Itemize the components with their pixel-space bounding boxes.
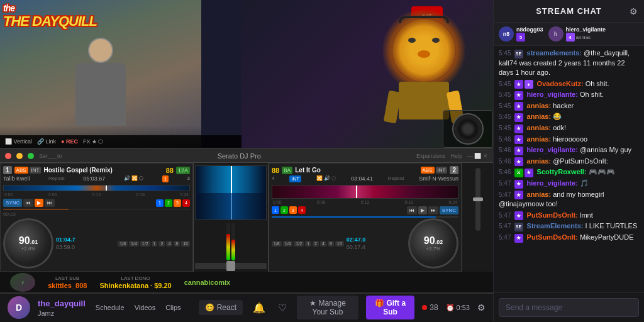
deck1-int[interactable]: INT xyxy=(30,167,42,174)
msg15-username[interactable]: PutSumDsOnIt: xyxy=(527,233,578,241)
deck2-platter[interactable]: 90.02 +2.7% xyxy=(408,218,458,269)
deck1-loop-8[interactable]: 8 xyxy=(174,241,180,247)
deck2-elapsed: 02:47.0 xyxy=(347,236,406,243)
gift-sub-button[interactable]: 🎁 Gift a Sub xyxy=(366,296,414,319)
msg8-sub-badge: ★ xyxy=(514,147,523,155)
deck1-loop-1_8[interactable]: 1/8 xyxy=(118,241,128,247)
chat-settings-icon[interactable]: ⚙ xyxy=(630,6,638,16)
msg5-username[interactable]: annias: xyxy=(527,113,552,120)
deck2-key: 8A xyxy=(282,167,292,174)
react-button[interactable]: 😊 React xyxy=(199,300,243,315)
msg2-bits-badge: ♦ xyxy=(525,80,533,89)
deck2-progress[interactable] xyxy=(272,216,458,218)
msg14-username[interactable]: StreamElements: xyxy=(527,222,584,230)
deck2-prev-btn[interactable]: ⏮ xyxy=(407,206,417,214)
msg12-username[interactable]: annias: xyxy=(527,191,552,198)
deck2-pitch-slider[interactable] xyxy=(475,168,480,231)
msg9-username[interactable]: annias: xyxy=(527,157,552,165)
titlebar-max[interactable] xyxy=(28,153,34,159)
msg11-username[interactable]: hiero_vigilante: xyxy=(527,179,578,187)
channel-nav-actions: Schedule Videos Clips xyxy=(93,303,184,313)
deck2-loop-2[interactable]: 2 xyxy=(313,241,319,247)
deck1-loop-1[interactable]: 1 xyxy=(152,241,158,247)
deck1-progress[interactable] xyxy=(3,209,190,209)
chat-message-2: 5:45 ★ ♦ OvadoseKutz: Oh shit. xyxy=(499,79,639,89)
msg13-username[interactable]: PutSumDsOnIt: xyxy=(527,211,578,219)
deck1-marker-3: 0:18 xyxy=(136,192,145,197)
chat-input-area xyxy=(494,292,644,322)
deck2-time-total: 03:04.41 xyxy=(351,175,373,182)
chat-input[interactable] xyxy=(499,298,639,317)
deck1-loop-1_4[interactable]: 1/4 xyxy=(129,241,139,247)
chat-message-11: 5:47 ★ hiero_vigilante: 🎵 xyxy=(499,179,639,189)
clips-link[interactable]: Clips xyxy=(163,303,183,313)
deck2-next-btn[interactable]: ⏭ xyxy=(428,206,438,214)
last-sub-label: LAST SUB xyxy=(55,275,80,281)
chat-message-14: 5:47 SE StreamElements: I LIKE TURTLES xyxy=(499,221,639,231)
channel-name[interactable]: the_dayquill xyxy=(38,299,86,308)
msg1-username[interactable]: streamelements: xyxy=(527,49,582,57)
titlebar-min[interactable] xyxy=(16,153,23,159)
video-area: the THE DAYQUILL NOTFORKIDS xyxy=(0,0,493,148)
deck1-loop: 1/8 1/4 1/2 1 2 4 8 16 xyxy=(118,241,190,247)
deck2-loop-4[interactable]: 4 xyxy=(320,241,326,247)
stream-info-bar: ♪ LAST SUB skittles_808 LAST DONO Shinke… xyxy=(0,270,493,292)
schedule-link[interactable]: Schedule xyxy=(93,303,127,313)
deck2-hc2[interactable]: 2 xyxy=(280,206,288,214)
deck1-hc4[interactable]: 4 xyxy=(182,199,190,207)
deck2-hc1[interactable]: 1 xyxy=(272,206,279,214)
deck1-platter[interactable]: 90.01 +2.6% xyxy=(3,218,53,269)
deck2-loop-1_2[interactable]: 1/2 xyxy=(294,241,304,247)
deck1-loop-4[interactable]: 4 xyxy=(166,241,172,247)
deck1-prev-btn[interactable]: ⏮ xyxy=(23,199,33,207)
deck1-loop-16[interactable]: 16 xyxy=(181,241,190,247)
manage-sub-button[interactable]: ★ Manage Your Sub xyxy=(297,296,358,319)
crossfader[interactable] xyxy=(195,263,267,269)
deck2-hc3[interactable]: 3 xyxy=(289,206,297,214)
last-dono-label: LAST DONO xyxy=(121,275,150,281)
deck2-sync-btn[interactable]: SYNC xyxy=(440,206,458,214)
deck2-loop-1_4[interactable]: 1/4 xyxy=(283,241,293,247)
deck1-hc2[interactable]: 2 xyxy=(165,199,172,207)
deck2-loop: 1/8 1/4 1/2 1 2 4 8 16 xyxy=(272,241,344,247)
chat-message-8: 5:46 ★ hiero_vigilante: @annias My guy xyxy=(499,145,639,155)
pinned-1-sub-badge: 5 xyxy=(516,33,525,42)
msg3-username[interactable]: hiero_vigilante: xyxy=(527,91,578,98)
manage-sub-label: ★ Manage Your Sub xyxy=(303,299,352,316)
cannabis-value: cannabicomix xyxy=(184,279,230,286)
deck1-loop-1_2[interactable]: 1/2 xyxy=(140,241,150,247)
deck1-next-btn[interactable]: ⏭ xyxy=(45,199,55,207)
chat-message-7: 5:46 ★ annias: hieroooooo xyxy=(499,135,639,145)
deck1-sync-btn[interactable]: SYNC xyxy=(3,199,22,207)
msg8-username[interactable]: hiero_vigilante: xyxy=(527,146,578,153)
deck1-hc3[interactable]: 3 xyxy=(174,199,181,207)
deck1-loop-2[interactable]: 2 xyxy=(158,241,165,247)
bell-button[interactable]: 🔔 xyxy=(250,299,268,316)
msg7-username[interactable]: annias: xyxy=(527,135,552,143)
videos-link[interactable]: Videos xyxy=(132,303,158,313)
deck2-abs[interactable]: ABS xyxy=(421,167,435,174)
deck2-play-btn[interactable]: ▶ xyxy=(418,206,427,214)
deck2-loop-8[interactable]: 8 xyxy=(328,241,334,247)
deck1-hotcues: 1 2 3 4 xyxy=(156,199,190,207)
deck1-hc1[interactable]: 1 xyxy=(156,199,164,207)
deck2-hc4[interactable]: 4 xyxy=(298,206,306,214)
channel-bar: D the_dayquill Jamz Schedule Videos Clip… xyxy=(0,292,493,322)
viewers-count: 38 xyxy=(422,303,438,312)
chat-message-1: 5:45 SE streamelements: @the_dayquill, k… xyxy=(499,48,639,78)
msg10-username[interactable]: ScottyRoxwell: xyxy=(537,168,587,175)
msg9-sub-badge: ★ xyxy=(514,157,523,166)
msg2-username[interactable]: OvadoseKutz: xyxy=(537,80,584,87)
msg6-username[interactable]: annias: xyxy=(527,124,552,131)
deck1-abs[interactable]: ABS xyxy=(14,167,28,174)
deck1-play-btn[interactable]: ▶ xyxy=(35,199,43,207)
deck2-loop-1[interactable]: 1 xyxy=(305,241,311,247)
deck2-loop-1_8[interactable]: 1/8 xyxy=(272,241,282,247)
heart-button[interactable]: ♡ xyxy=(275,299,289,316)
deck2-int[interactable]: INT xyxy=(436,167,448,174)
dj-software-title: Serato DJ Pro xyxy=(67,152,411,160)
settings-icon[interactable]: ⚙ xyxy=(477,303,486,313)
msg4-username[interactable]: annias: xyxy=(527,102,552,109)
deck2-loop-16[interactable]: 16 xyxy=(335,241,344,247)
titlebar-close[interactable] xyxy=(5,153,11,159)
